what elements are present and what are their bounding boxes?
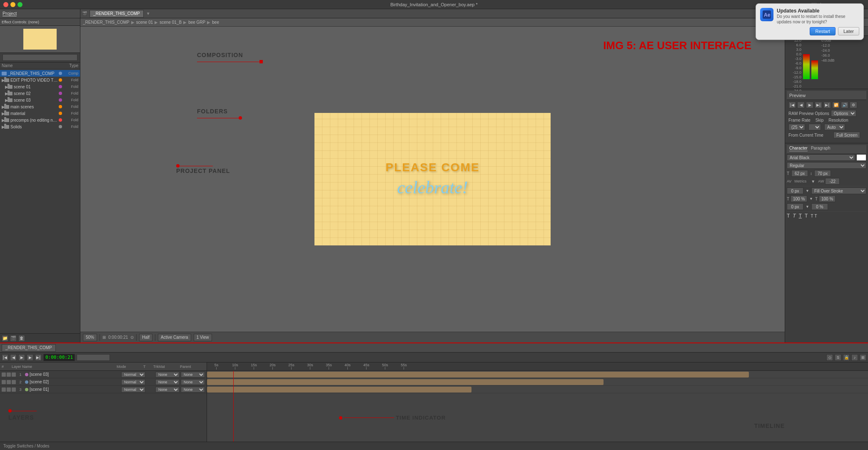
resolution-select[interactable]: Auto Full Half Third Quarter [824, 124, 845, 130]
comp-tab[interactable]: _RENDER_THIS_COMP [90, 10, 144, 18]
layer-solo-icon[interactable] [12, 380, 16, 384]
layer-mode-select[interactable]: Normal [121, 387, 145, 392]
close-button[interactable] [3, 2, 8, 7]
list-item[interactable]: ▶ main scenes Fold [0, 103, 80, 110]
restart-btn[interactable]: Restart [810, 27, 835, 35]
skip-start-btn[interactable]: |◀ [788, 102, 796, 108]
play-btn[interactable]: ▶ [806, 102, 813, 108]
go-start-btn[interactable]: |◀ [2, 354, 8, 361]
list-item[interactable]: _RENDER_THIS_COMP Comp [0, 70, 80, 77]
layer-audio-icon[interactable] [7, 372, 11, 377]
layer-parent-select[interactable]: None [181, 372, 205, 378]
breadcrumb-item[interactable]: bee [212, 20, 219, 25]
tab-project[interactable]: Project [2, 11, 17, 16]
marker-btn[interactable]: ◇ [826, 354, 833, 361]
layer-trkmat-select[interactable]: None [155, 379, 180, 385]
layer-parent-select[interactable]: None [181, 379, 205, 385]
superscript-btn[interactable]: T [811, 214, 813, 218]
font-select[interactable]: Arial Black [787, 154, 855, 161]
style-select[interactable]: Regular [787, 162, 866, 169]
solo-btn[interactable]: S [835, 354, 841, 361]
timeline-tab[interactable]: _RENDER_THIS_COMP [2, 344, 56, 352]
layer-audio-icon[interactable] [7, 380, 11, 384]
vert-scale-input[interactable] [819, 195, 836, 202]
timeline-bar-scene02[interactable] [207, 379, 604, 385]
list-item[interactable]: ▶ scene 02 Fold [0, 90, 80, 97]
layer-trkmat-select[interactable]: None [155, 387, 180, 392]
subscript-btn[interactable]: T [814, 214, 817, 218]
layer-trkmat-select[interactable]: None [155, 372, 180, 378]
list-item[interactable]: ▶ Solids Fold [0, 123, 80, 130]
layer-audio-icon[interactable] [7, 388, 11, 392]
loop-btn[interactable]: 🔁 [832, 102, 840, 108]
full-screen-btn[interactable]: Full Screen [833, 132, 861, 138]
resolution-btn[interactable]: Half [139, 334, 152, 341]
italic-btn[interactable]: T [793, 213, 796, 219]
kern-input[interactable] [825, 178, 840, 185]
list-item[interactable]: ▶ scene 03 Fold [0, 97, 80, 103]
layer-search-input[interactable] [77, 354, 110, 361]
camera-btn[interactable]: Active Camera [158, 334, 191, 341]
layer-visibility-icon[interactable] [2, 388, 6, 392]
new-folder-btn[interactable]: 📁 [2, 335, 8, 342]
new-comp-btn[interactable]: 🎬 [10, 335, 17, 342]
frame-rate-select[interactable]: (25) [788, 124, 805, 130]
underline-btn[interactable]: T [799, 213, 802, 219]
skip-end-btn[interactable]: ▶| [823, 102, 831, 108]
list-item[interactable]: ▶ EDIT PHOTO VIDEO TEXTS HERE Fold [0, 77, 80, 83]
indent-input[interactable] [787, 188, 803, 194]
timeline-bar-scene01[interactable] [207, 387, 471, 392]
render-btn[interactable]: ⊞ [860, 354, 866, 361]
view-mode-btn[interactable]: 1 View [194, 334, 212, 341]
layer-solo-icon[interactable] [12, 388, 16, 392]
breadcrumb-item[interactable]: scene 01 [136, 20, 153, 25]
frame-rate-values-row: (25) Auto Full Half Third [788, 124, 865, 130]
horz-scale-input[interactable] [791, 195, 807, 202]
audio-panel-btn[interactable]: ♪ [851, 354, 858, 361]
breadcrumb-item[interactable]: scene 01_B [160, 20, 182, 25]
layer-mode-select[interactable]: Normal [121, 379, 145, 385]
later-btn[interactable]: Later [838, 27, 859, 35]
maximize-button[interactable] [17, 2, 22, 7]
list-item[interactable]: ▶ material Fold [0, 110, 80, 117]
ram-preview-select[interactable]: Options [831, 110, 856, 117]
timeline-playhead[interactable] [233, 371, 234, 442]
layer-solo-icon[interactable] [12, 372, 16, 377]
bold-btn[interactable]: T [787, 213, 790, 219]
line-height-input[interactable] [814, 170, 831, 177]
timecode-display[interactable]: 0:00:00:21 [43, 354, 75, 361]
timeline-bar-scene03[interactable] [207, 372, 749, 378]
fill-select[interactable]: Fill Over Stroke [811, 188, 866, 194]
layer-parent-select[interactable]: None [181, 387, 205, 392]
toggle-switches-label[interactable]: Toggle Switches / Modes [3, 444, 50, 448]
go-end-btn-timeline[interactable]: ▶| [35, 354, 42, 361]
viewer-zoom-btn[interactable]: 50% [83, 334, 97, 341]
tab-character[interactable]: Character [789, 146, 808, 151]
play-btn-timeline[interactable]: ▶ [18, 354, 25, 361]
skip-select[interactable] [808, 124, 821, 130]
layer-visibility-icon[interactable] [2, 380, 6, 384]
options-btn[interactable]: ⚙ [850, 102, 857, 108]
tab-effect-controls[interactable]: Effect Controls: (none) [2, 20, 39, 24]
breadcrumb-item[interactable]: bee GRP [188, 20, 205, 25]
strikethrough-btn[interactable]: T [805, 213, 808, 219]
layer-visibility-icon[interactable] [2, 372, 6, 377]
font-size-input[interactable] [791, 170, 808, 177]
baseline-input[interactable] [787, 203, 803, 210]
audio-btn[interactable]: 🔊 [841, 102, 848, 108]
lock-btn[interactable]: 🔒 [843, 354, 850, 361]
prev-frame-btn[interactable]: ◀ [797, 102, 805, 108]
list-item[interactable]: ▶ precomps (no editing need) Fold [0, 117, 80, 123]
breadcrumb-item[interactable]: _RENDER_THIS_COMP [83, 20, 130, 25]
next-frame-btn-timeline[interactable]: ▶ [27, 354, 33, 361]
skew-input[interactable] [811, 203, 828, 210]
layer-mode-select[interactable]: Normal [121, 372, 145, 378]
minimize-button[interactable] [10, 2, 15, 7]
search-input[interactable] [2, 54, 77, 61]
list-item[interactable]: ▶ scene 01 Fold [0, 83, 80, 90]
font-color-box[interactable] [856, 154, 866, 161]
delete-btn[interactable]: 🗑 [18, 335, 25, 342]
tab-paragraph[interactable]: Paragraph [811, 146, 831, 151]
next-frame-btn[interactable]: ▶| [815, 102, 822, 108]
prev-frame-btn-timeline[interactable]: ◀ [10, 354, 17, 361]
